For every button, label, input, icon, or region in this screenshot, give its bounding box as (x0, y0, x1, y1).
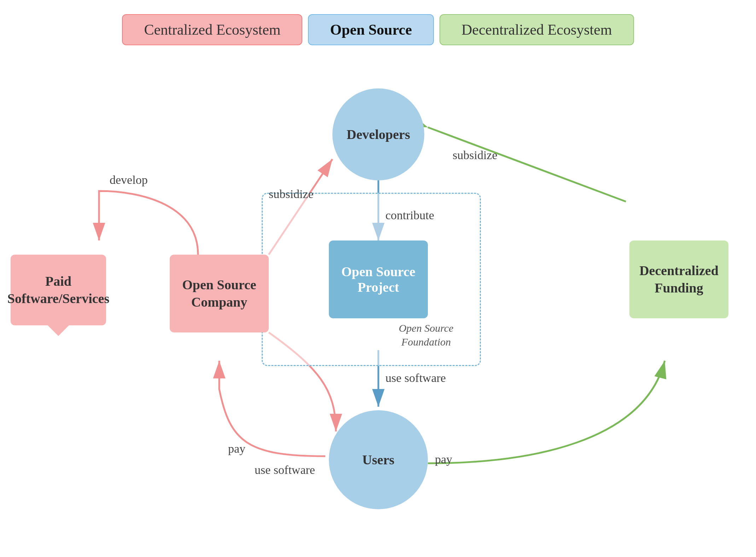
open-source-project-label: Open Source Project (341, 264, 415, 295)
paid-software-label: Paid Software/Services (7, 273, 109, 308)
open-source-company-node: Open Source Company (170, 255, 269, 332)
decentralized-funding-node: Decentralized Funding (629, 240, 728, 318)
open-source-foundation-label: Open Source Foundation (387, 321, 465, 349)
paid-software-node: Paid Software/Services (11, 255, 106, 325)
legend-opensource: Open Source (308, 14, 434, 45)
developers-node: Developers (332, 88, 424, 180)
open-source-company-label: Open Source Company (182, 276, 256, 311)
diagram-container: Centralized Ecosystem Open Source Decent… (0, 0, 756, 557)
use-software-down-label: use software (385, 371, 446, 385)
contribute-label: contribute (385, 209, 434, 222)
subsidize-right-label: subsidize (453, 149, 498, 162)
use-software-bottom-label: use software (255, 463, 315, 477)
legend-decentralized: Decentralized Ecosystem (440, 14, 634, 45)
legend-centralized: Centralized Ecosystem (122, 14, 302, 45)
foundation-text: Open Source Foundation (399, 322, 454, 348)
subsidize-left-label: subsidize (269, 187, 314, 201)
legend: Centralized Ecosystem Open Source Decent… (0, 14, 756, 45)
users-label: Users (362, 452, 395, 468)
users-node: Users (329, 410, 428, 509)
decentralized-funding-label: Decentralized Funding (639, 262, 719, 297)
develop-label: develop (110, 173, 148, 187)
developers-label: Developers (347, 127, 410, 142)
open-source-project-node: Open Source Project (329, 240, 428, 318)
pay-left-label: pay (228, 442, 245, 456)
subsidize-right-arrow (428, 127, 626, 202)
pay-right-label: pay (435, 453, 452, 466)
develop-arrow (99, 191, 198, 255)
pay-right-arrow (428, 361, 665, 463)
